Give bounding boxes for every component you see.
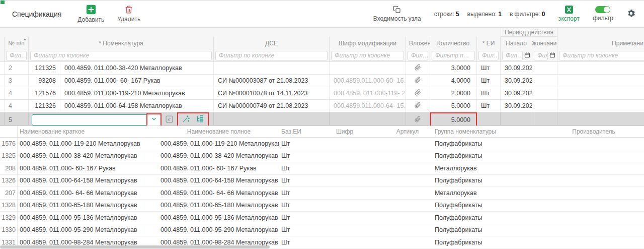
header-dse[interactable]: ДСЕ bbox=[214, 37, 330, 49]
popup-cell-id: 1576 bbox=[0, 138, 18, 150]
header-mod-code[interactable]: Шифр модификации bbox=[330, 37, 406, 49]
header-quantity[interactable]: Количество bbox=[430, 37, 477, 49]
popup-header-manufacturer[interactable]: Производитель bbox=[543, 126, 644, 137]
header-nomenclature[interactable]: * Номенклатура bbox=[29, 37, 214, 49]
popup-header-article[interactable]: Артикул bbox=[382, 126, 433, 137]
cell-quantity-highlighted[interactable]: 5.0000 bbox=[430, 112, 477, 127]
calendar-icon[interactable] bbox=[524, 52, 530, 59]
filter-note-input[interactable]: Фильтр по колонке bbox=[559, 51, 644, 60]
horizontal-scrollbar[interactable] bbox=[0, 245, 270, 248]
cell-name: 000.4859. 011.000-38-420 Металлорукав bbox=[60, 62, 214, 74]
filter-nomenclature-input[interactable]: Фильтр по колонке bbox=[30, 51, 212, 60]
table-row[interactable]: 2 121325 000.4859. 011.000-38-420 Металл… bbox=[0, 62, 644, 75]
popup-header-row: Наименование краткое Наименование полное… bbox=[0, 126, 644, 138]
tree-select-button[interactable] bbox=[196, 115, 204, 125]
filter-start-input[interactable]: Фил… bbox=[502, 51, 523, 60]
nomenclature-lookup-popup: Наименование краткое Наименование полное… bbox=[0, 126, 644, 249]
node-usage-button[interactable]: Входимость узла bbox=[373, 6, 421, 22]
popup-cell-cipher bbox=[307, 200, 382, 212]
calendar-icon[interactable] bbox=[549, 52, 555, 59]
popup-cell-full: 000.4859. 011.000-95-290 Металлорукав bbox=[158, 224, 279, 236]
popup-cell-id: 207 bbox=[0, 187, 18, 199]
popup-cell-article bbox=[382, 138, 433, 150]
filter-dse-input[interactable]: Фильтр по колонке bbox=[215, 51, 328, 60]
nomenclature-combobox[interactable] bbox=[32, 114, 162, 126]
cell-unit: Шт bbox=[477, 62, 501, 74]
header-start[interactable]: Начало bbox=[501, 37, 532, 49]
popup-cell-manufacturer bbox=[543, 200, 644, 212]
add-button-label: Добавить bbox=[77, 16, 104, 23]
cell-attachments[interactable] bbox=[406, 62, 430, 74]
cell-attachments[interactable] bbox=[406, 87, 430, 99]
popup-cell-group: Полуфабрикаты bbox=[433, 138, 543, 150]
chevron-down-icon[interactable] bbox=[150, 115, 157, 124]
header-attachments[interactable]: Вложени bbox=[406, 37, 430, 49]
popup-header-cipher[interactable]: Шифр bbox=[307, 126, 382, 137]
popup-cell-cipher bbox=[307, 150, 382, 162]
table-row[interactable]: 3 93208 000.4859. 011.000- 60- 167 Рукав… bbox=[0, 75, 644, 87]
header-num[interactable]: № п/п▲ bbox=[4, 37, 29, 49]
popup-header-group[interactable]: Группа номенклатуры bbox=[433, 126, 543, 137]
popup-cell-unit: Шт bbox=[279, 175, 307, 187]
filter-attachments-input[interactable]: Фил… bbox=[408, 51, 428, 60]
popup-cell-group: Полуфабрикаты bbox=[433, 200, 543, 212]
header-note[interactable]: Примечани bbox=[557, 37, 644, 49]
popup-cell-group: Металлорукав bbox=[433, 187, 543, 199]
paperclip-icon bbox=[415, 77, 421, 85]
filter-mod-input[interactable]: Фильтр по колонке bbox=[331, 51, 404, 60]
cell-unit: Шт bbox=[477, 75, 501, 87]
popup-cell-id: 1329 bbox=[0, 212, 18, 224]
cell-attachments[interactable] bbox=[406, 75, 430, 87]
popup-row[interactable]: 1325 000.4859. 011.000-38-420 Металлорук… bbox=[0, 150, 644, 163]
delete-button[interactable]: Удалить bbox=[117, 5, 140, 23]
edit-row[interactable]: 5 5.0000 bbox=[0, 112, 644, 126]
filter-toggle[interactable]: фильтр bbox=[593, 6, 613, 22]
wizard-button[interactable] bbox=[182, 115, 190, 125]
gear-icon bbox=[626, 9, 636, 20]
magic-wand-icon bbox=[182, 117, 190, 125]
filter-end-input[interactable]: Фил… bbox=[534, 51, 548, 60]
header-group-row: Период действия bbox=[0, 28, 644, 37]
cell-quantity: 4.0000 bbox=[430, 75, 477, 87]
popup-row[interactable]: 207 000.4859. 011.000- 64- 66 Металлорук… bbox=[0, 187, 644, 200]
paperclip-icon bbox=[415, 64, 421, 72]
table-row[interactable]: 4 121576 000.4859. 011.000-119-210 Метал… bbox=[0, 87, 644, 100]
nomenclature-input[interactable] bbox=[32, 115, 146, 125]
cell-attachments[interactable] bbox=[406, 112, 430, 127]
popup-cell-cipher bbox=[307, 224, 382, 236]
header-end[interactable]: Окончание bbox=[532, 37, 557, 49]
filter-num-input[interactable]: Фил… bbox=[6, 51, 27, 60]
settings-button[interactable] bbox=[626, 9, 636, 20]
popup-row[interactable]: 1326 000.4859. 011.000-64-158 Металлорук… bbox=[0, 175, 644, 188]
popup-row[interactable]: 1330 000.4859. 011.000-95-290 Металлорук… bbox=[0, 224, 644, 237]
toolbar: Спецификация Добавить Удалить Входимость… bbox=[0, 0, 644, 28]
cell-unit bbox=[477, 112, 501, 127]
table-row[interactable]: 4 121326 000.4859. 011.000-64-158 Металл… bbox=[0, 100, 644, 112]
add-button[interactable]: Добавить bbox=[77, 5, 104, 23]
cell-mod bbox=[330, 62, 406, 74]
popup-cell-article bbox=[382, 236, 433, 248]
popup-cell-article bbox=[382, 224, 433, 236]
popup-row[interactable]: 1576 000.4859. 011.000-119-210 Металлору… bbox=[0, 138, 644, 150]
open-card-button[interactable] bbox=[165, 115, 174, 125]
popup-row[interactable]: 208 000.4859. 011.000- 60- 167 Рукав 000… bbox=[0, 162, 644, 175]
popup-row[interactable]: 1329 000.4859. 011.000-95-136 Металлорук… bbox=[0, 212, 644, 224]
toggle-switch[interactable] bbox=[595, 6, 610, 13]
filter-unit-input[interactable]: Фил… bbox=[478, 51, 499, 60]
header-period-group: Период действия bbox=[501, 28, 557, 37]
filter-quantity-input[interactable]: Фильтр п… bbox=[432, 51, 475, 60]
popup-cell-article bbox=[382, 212, 433, 224]
popup-header-base-unit[interactable]: Баз.ЕИ bbox=[279, 126, 307, 137]
popup-header-short-name[interactable]: Наименование краткое bbox=[18, 126, 158, 137]
cell-quantity: 2.0000 bbox=[430, 87, 477, 99]
cell-dse: СИ №000010078 от 14.11.2023 bbox=[214, 87, 330, 99]
cell-attachments[interactable] bbox=[406, 100, 430, 112]
popup-cell-unit: Шт bbox=[279, 138, 307, 150]
header-unit[interactable]: * ЕИ bbox=[477, 37, 501, 49]
cell-start: 30.09.2024 bbox=[501, 87, 532, 99]
export-button[interactable]: экспорт bbox=[558, 6, 580, 22]
popup-header-full-name[interactable]: Наименование полное bbox=[158, 126, 279, 137]
popup-cell-full: 000.4859. 011.000-65-180 Металлорукав bbox=[158, 200, 279, 212]
popup-cell-unit: Шт bbox=[279, 224, 307, 236]
popup-row[interactable]: 1328 000.4859. 011.000-65-180 Металлорук… bbox=[0, 200, 644, 212]
